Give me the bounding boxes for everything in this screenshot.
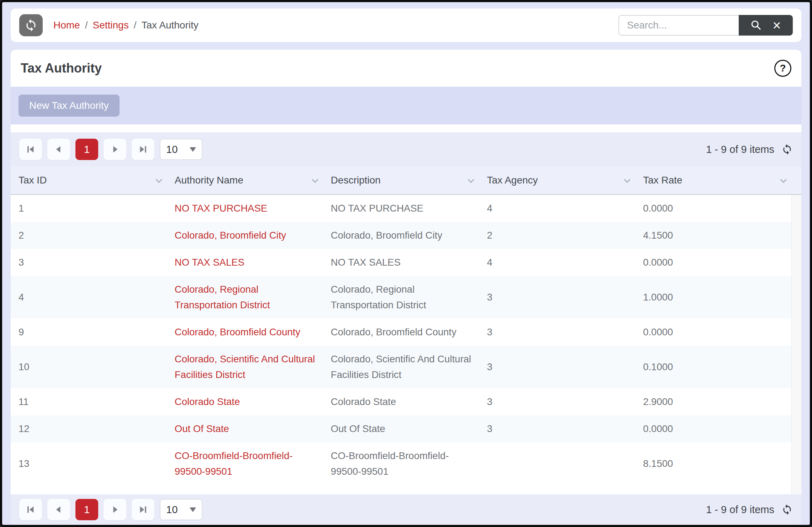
- first-page-button[interactable]: [19, 499, 42, 520]
- breadcrumb-separator: /: [85, 20, 88, 31]
- authority-name-link[interactable]: Colorado, Regional Transportation Distri…: [175, 282, 315, 313]
- cell-tax-agency: 4: [479, 249, 635, 276]
- column-label: Authority Name: [175, 175, 243, 186]
- refresh-button[interactable]: [19, 14, 43, 36]
- column-label: Tax ID: [19, 175, 47, 186]
- cell-authority-name: Colorado, Broomfield City: [167, 222, 323, 249]
- column-header-description[interactable]: Description: [323, 166, 479, 194]
- column-header-tax-rate[interactable]: Tax Rate: [635, 166, 791, 194]
- cell-tax-rate: 8.1500: [635, 450, 791, 477]
- column-header-tax-agency[interactable]: Tax Agency: [479, 166, 635, 194]
- page-size-select[interactable]: 10: [160, 499, 202, 520]
- authority-name-link[interactable]: NO TAX SALES: [175, 255, 244, 270]
- cell-tax-id: 2: [11, 222, 167, 249]
- cell-authority-name: NO TAX PURCHASE: [167, 195, 323, 222]
- chevron-down-icon[interactable]: [155, 176, 162, 183]
- authority-name-link[interactable]: NO TAX PURCHASE: [175, 201, 267, 216]
- last-page-button[interactable]: [132, 499, 154, 520]
- cell-tax-agency: 3: [479, 353, 635, 380]
- previous-page-button[interactable]: [47, 499, 70, 520]
- cell-tax-rate: 0.1000: [635, 353, 791, 380]
- cell-tax-rate: 1.0000: [635, 284, 791, 311]
- last-page-icon: [138, 145, 148, 154]
- cell-authority-name: Colorado, Scientific And Cultural Facili…: [167, 346, 323, 388]
- current-page-button[interactable]: 1: [75, 499, 98, 520]
- help-button[interactable]: ?: [774, 60, 791, 77]
- first-page-icon: [26, 145, 35, 154]
- cell-tax-id: 3: [11, 249, 167, 276]
- cell-authority-name: Out Of State: [167, 415, 323, 442]
- table-body-rows: 1NO TAX PURCHASENO TAX PURCHASE40.00002C…: [11, 195, 791, 485]
- cell-authority-name: Colorado State: [167, 388, 323, 415]
- authority-name-link[interactable]: Colorado, Broomfield City: [175, 228, 286, 243]
- cell-tax-id: 13: [11, 450, 167, 477]
- chevron-down-icon[interactable]: [312, 176, 318, 183]
- next-page-button[interactable]: [104, 139, 126, 160]
- table-row: 3NO TAX SALESNO TAX SALES40.0000: [11, 249, 791, 276]
- cell-tax-rate: 0.0000: [635, 249, 791, 276]
- cell-tax-agency: [479, 450, 635, 477]
- search-input[interactable]: [618, 15, 739, 36]
- table-row: 2Colorado, Broomfield CityColorado, Broo…: [11, 222, 791, 249]
- first-page-button[interactable]: [19, 139, 42, 160]
- cell-tax-id: 12: [11, 415, 167, 442]
- column-label: Description: [331, 175, 381, 186]
- breadcrumb-home-link[interactable]: Home: [53, 20, 80, 31]
- app-viewport: Home / Settings / Tax Authority ×: [0, 0, 812, 527]
- cell-tax-id: 9: [11, 319, 167, 346]
- items-count-text: 1 - 9 of 9 items: [706, 504, 774, 516]
- page-size-value: 10: [166, 144, 178, 155]
- table-row: 12Out Of StateOut Of State30.0000: [11, 415, 791, 442]
- items-count-text: 1 - 9 of 9 items: [706, 144, 774, 155]
- last-page-icon: [138, 505, 148, 514]
- breadcrumb-settings-link[interactable]: Settings: [93, 20, 128, 31]
- chevron-down-icon[interactable]: [624, 176, 631, 183]
- cell-tax-agency: 3: [479, 388, 635, 415]
- table-row: 9Colorado, Broomfield CountyColorado, Br…: [11, 319, 791, 346]
- authority-name-link[interactable]: Colorado, Broomfield County: [175, 324, 300, 340]
- grid-refresh-button[interactable]: [781, 144, 793, 155]
- column-header-tax-id[interactable]: Tax ID: [11, 166, 167, 194]
- search-icon: [750, 20, 762, 31]
- cell-tax-agency: 4: [479, 195, 635, 222]
- table-row: 13CO-Broomfield-Broomfield-99500-99501CO…: [11, 442, 791, 485]
- search-submit-button[interactable]: [750, 20, 762, 31]
- cell-description: Colorado, Scientific And Cultural Facili…: [323, 346, 479, 388]
- previous-page-icon: [54, 145, 63, 154]
- cell-tax-agency: 3: [479, 319, 635, 346]
- sync-refresh-icon: [781, 144, 793, 155]
- sync-refresh-icon: [24, 18, 38, 32]
- search-clear-button[interactable]: ×: [773, 18, 781, 32]
- grid-refresh-button[interactable]: [781, 504, 793, 515]
- current-page-button[interactable]: 1: [75, 139, 98, 160]
- first-page-icon: [26, 505, 35, 514]
- new-tax-authority-button[interactable]: New Tax Authority: [19, 95, 120, 117]
- main-card: Tax Authority ? New Tax Authority 1: [11, 50, 801, 525]
- page-size-select[interactable]: 10: [160, 139, 202, 160]
- cell-description: Colorado, Regional Transportation Distri…: [323, 276, 479, 319]
- cell-description: Colorado State: [323, 388, 479, 415]
- items-summary: 1 - 9 of 9 items: [706, 144, 793, 155]
- next-page-button[interactable]: [104, 499, 126, 520]
- previous-page-button[interactable]: [47, 139, 70, 160]
- authority-name-link[interactable]: CO-Broomfield-Broomfield-99500-99501: [175, 448, 315, 479]
- authority-name-link[interactable]: Out Of State: [175, 421, 229, 437]
- cell-authority-name: NO TAX SALES: [167, 249, 323, 276]
- cell-tax-rate: 0.0000: [635, 195, 791, 222]
- next-page-icon: [110, 145, 120, 154]
- pager-top: 1 10 1 - 9 of 9 items: [11, 132, 801, 166]
- close-icon: ×: [773, 18, 781, 32]
- title-row: Tax Authority ?: [11, 50, 801, 87]
- breadcrumb: Home / Settings / Tax Authority: [53, 20, 199, 31]
- cell-tax-id: 1: [11, 195, 167, 222]
- last-page-button[interactable]: [132, 139, 154, 160]
- table-body: 1NO TAX PURCHASENO TAX PURCHASE40.00002C…: [11, 195, 801, 494]
- cell-tax-rate: 2.9000: [635, 388, 791, 415]
- authority-name-link[interactable]: Colorado State: [175, 394, 240, 410]
- authority-name-link[interactable]: Colorado, Scientific And Cultural Facili…: [175, 351, 315, 383]
- column-header-authority-name[interactable]: Authority Name: [167, 166, 323, 194]
- breadcrumb-separator: /: [134, 20, 137, 31]
- vertical-scrollbar[interactable]: [791, 195, 801, 494]
- chevron-down-icon[interactable]: [780, 176, 786, 183]
- chevron-down-icon[interactable]: [468, 176, 474, 183]
